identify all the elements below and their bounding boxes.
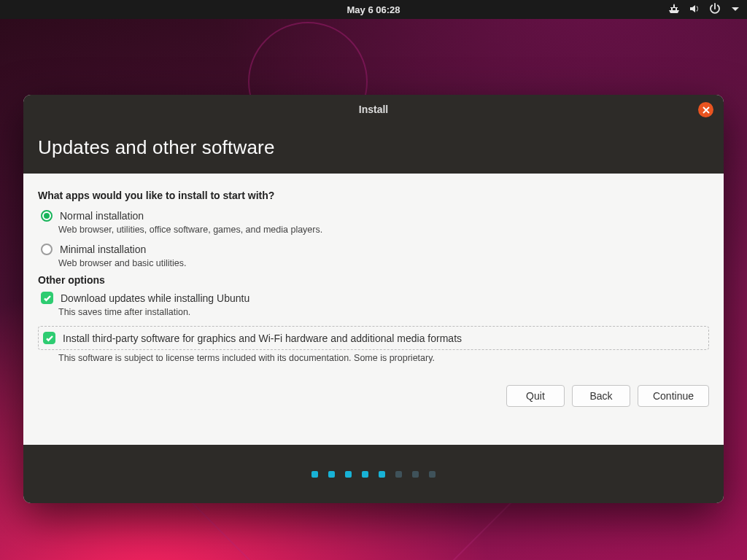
pager-dot (328, 471, 335, 478)
volume-icon[interactable] (689, 3, 700, 17)
pager-dot (345, 471, 352, 478)
pager-dot (395, 471, 402, 478)
chevron-down-icon[interactable] (729, 3, 741, 17)
system-tray[interactable] (668, 0, 741, 19)
wizard-buttons: Quit Back Continue (38, 385, 709, 407)
window-title: Install (23, 104, 724, 115)
download-updates-desc: This saves time after installation. (58, 307, 709, 317)
gnome-top-bar: May 6 06:28 (0, 0, 747, 19)
minimal-installation-desc: Web browser and basic utilities. (58, 258, 709, 268)
radio-icon (41, 244, 53, 255)
checkbox-label: Download updates while installing Ubuntu (61, 292, 249, 304)
radio-minimal-installation[interactable]: Minimal installation (41, 244, 709, 255)
continue-button[interactable]: Continue (638, 385, 709, 407)
third-party-desc: This software is subject to license term… (58, 353, 709, 363)
network-icon[interactable] (668, 3, 680, 17)
checkbox-label: Install third-party software for graphic… (63, 332, 462, 344)
power-icon[interactable] (709, 3, 721, 17)
pager-dot (362, 471, 368, 478)
window-header: Install Updates and other software (23, 95, 724, 174)
radio-label: Minimal installation (60, 244, 146, 255)
radio-label: Normal installation (60, 210, 144, 222)
checkbox-icon (43, 332, 55, 344)
quit-button[interactable]: Quit (506, 385, 565, 407)
pager-dot (429, 471, 436, 478)
pager-dot (311, 471, 318, 478)
close-button[interactable] (698, 102, 713, 117)
other-options-title: Other options (38, 274, 709, 286)
installer-body: What apps would you like to install to s… (23, 174, 724, 445)
page-heading: Updates and other software (38, 136, 275, 159)
installer-window: Install Updates and other software What … (23, 95, 724, 503)
checkbox-third-party[interactable]: Install third-party software for graphic… (38, 326, 709, 350)
pager-dot (412, 471, 419, 478)
back-button[interactable]: Back (572, 385, 630, 407)
radio-normal-installation[interactable]: Normal installation (41, 210, 709, 222)
wizard-pager (23, 445, 724, 503)
radio-icon (41, 210, 53, 222)
normal-installation-desc: Web browser, utilities, office software,… (58, 225, 709, 235)
checkbox-download-updates[interactable]: Download updates while installing Ubuntu (41, 292, 709, 304)
checkbox-icon (41, 292, 53, 304)
clock: May 6 06:28 (347, 4, 400, 15)
pager-dot (379, 471, 385, 478)
install-type-question: What apps would you like to install to s… (38, 190, 709, 201)
